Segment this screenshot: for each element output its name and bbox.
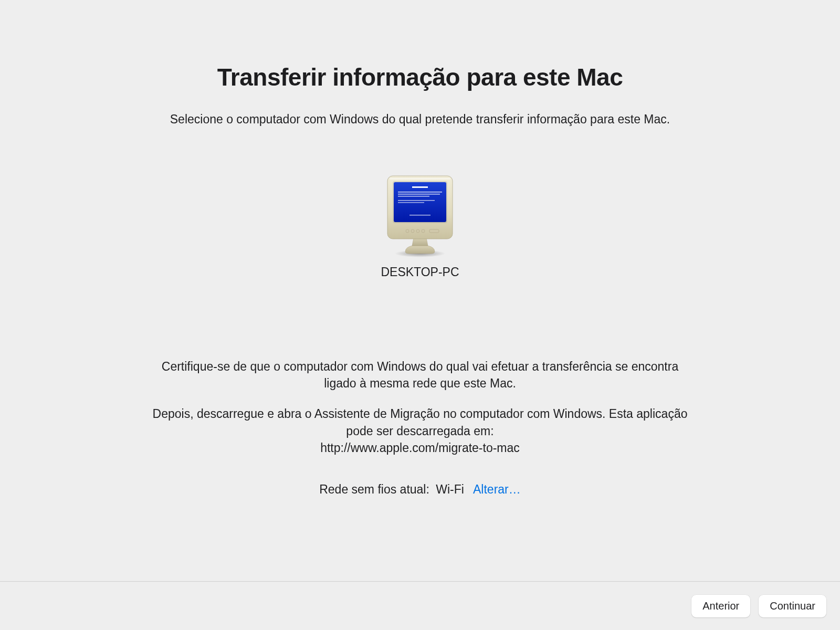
continue-button[interactable]: Continuar [759,595,826,617]
source-computer-item[interactable]: DESKTOP-PC [381,174,459,279]
network-name: Wi-Fi [436,482,464,496]
back-button[interactable]: Anterior [691,595,750,617]
svg-rect-7 [398,196,429,197]
info-download-text: Depois, descarregue e abra o Assistente … [152,405,688,439]
svg-point-11 [406,229,409,233]
migration-assistant-window: Transferir informação para este Mac Sele… [0,0,840,630]
change-network-link[interactable]: Alterar… [473,482,521,496]
info-network-text: Certifique-se de que o computador com Wi… [152,358,688,392]
svg-point-14 [422,229,425,233]
svg-rect-9 [398,202,424,203]
svg-rect-10 [410,215,430,216]
svg-rect-4 [412,186,428,188]
crt-pc-icon [383,174,457,258]
page-title: Transferir informação para este Mac [217,63,623,91]
network-label: Rede sem fios atual: [319,482,429,496]
info-section: Certifique-se de que o computador com Wi… [152,358,688,497]
footer-separator [0,581,840,582]
footer-buttons: Anterior Continuar [691,595,826,617]
svg-rect-5 [398,192,442,193]
network-row: Rede sem fios atual: Wi-Fi Alterar… [152,482,688,497]
svg-rect-6 [398,194,440,195]
info-download-url: http://www.apple.com/migrate-to-mac [152,439,688,456]
page-subtitle: Selecione o computador com Windows do qu… [170,112,670,127]
svg-rect-8 [398,200,435,201]
svg-point-12 [411,229,414,233]
svg-rect-16 [390,178,450,180]
main-content: Transferir informação para este Mac Sele… [0,0,840,630]
source-computer-name: DESKTOP-PC [381,265,459,279]
svg-point-13 [416,229,419,233]
svg-rect-15 [429,229,439,233]
